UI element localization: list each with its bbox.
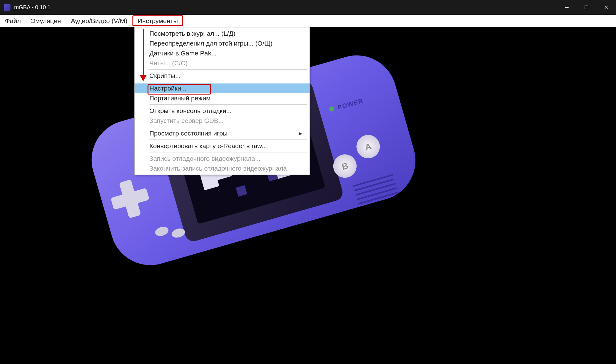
menu-open-debug-console[interactable]: Открыть консоль отладки...: [135, 106, 310, 116]
dropdown-separator: [149, 69, 307, 70]
minimize-button[interactable]: [557, 0, 577, 15]
dropdown-separator: [149, 127, 307, 127]
menu-emulation[interactable]: Эмуляция: [26, 15, 66, 27]
menu-cheats[interactable]: Читы... (С/С): [135, 58, 310, 68]
menu-start-gdb[interactable]: Запустить сервер GDB...: [135, 116, 310, 126]
tools-dropdown: Посмотреть в журнал... (L/Д) Переопредел…: [134, 27, 310, 175]
dropdown-separator: [149, 104, 307, 105]
menu-stop-debug-video[interactable]: Закончить запись отладочного видеожурнал…: [135, 164, 310, 173]
menubar: Файл Эмуляция Аудио/Видео (V/М) Инструме…: [0, 15, 616, 27]
titlebar-left: mGBA - 0.10.1: [0, 4, 51, 11]
titlebar: mGBA - 0.10.1: [0, 0, 616, 15]
window-title: mGBA - 0.10.1: [14, 4, 51, 11]
close-button[interactable]: [596, 0, 616, 15]
titlebar-controls: [557, 0, 616, 15]
menu-tools[interactable]: Инструменты: [132, 15, 183, 26]
menu-portable-mode[interactable]: Портативный режим: [135, 93, 310, 103]
menu-game-state-view[interactable]: Просмотр состояния игры▶: [135, 128, 310, 138]
menu-view-log[interactable]: Посмотреть в журнал... (L/Д): [135, 29, 310, 38]
menu-overrides[interactable]: Переопределения для этой игры... (О/Щ): [135, 38, 310, 48]
svg-rect-0: [565, 7, 569, 8]
svg-rect-1: [585, 6, 588, 9]
menu-gamepak-sensors[interactable]: Датчики в Game Pak...: [135, 48, 310, 58]
menu-file[interactable]: Файл: [0, 15, 26, 27]
menu-record-debug-video[interactable]: Запись отладочного видеожурнала...: [135, 154, 310, 164]
app-icon: [4, 4, 10, 11]
dropdown-separator: [149, 140, 307, 140]
menu-settings[interactable]: Настройки...: [135, 83, 310, 93]
chevron-right-icon: ▶: [299, 131, 302, 136]
menu-scripts[interactable]: Скрипты...: [135, 71, 310, 81]
menu-convert-ereader[interactable]: Конвертировать карту e-Reader в raw...: [135, 141, 310, 151]
menu-audio-video[interactable]: Аудио/Видео (V/М): [66, 15, 132, 27]
dropdown-separator: [149, 82, 307, 82]
dropdown-separator: [149, 152, 307, 152]
maximize-button[interactable]: [577, 0, 596, 15]
